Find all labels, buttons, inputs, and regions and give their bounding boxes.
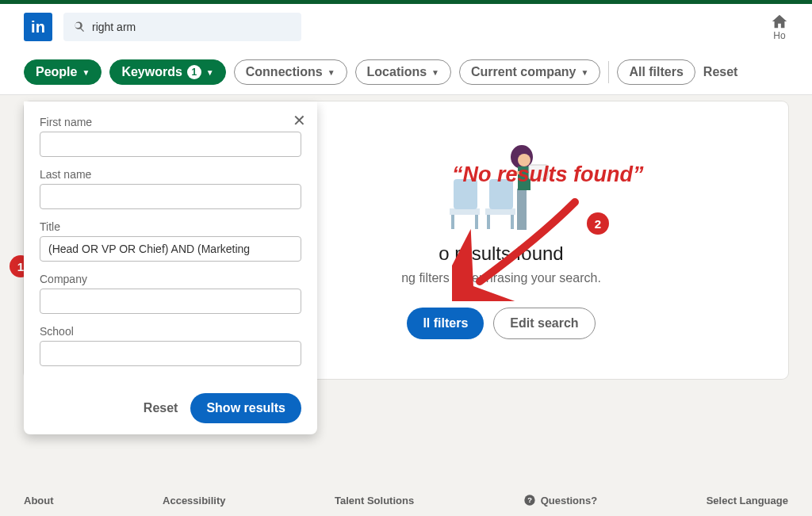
filter-all[interactable]: All filters — [617, 59, 695, 85]
title-label: Title — [40, 220, 301, 233]
company-input[interactable] — [40, 289, 301, 314]
filter-current-company[interactable]: Current company ▼ — [459, 59, 600, 85]
search-icon — [73, 21, 86, 33]
first-name-label: First name — [40, 116, 301, 128]
school-label: School — [40, 325, 301, 338]
footer-talent[interactable]: Talent Solutions — [335, 495, 414, 506]
edit-search-button[interactable]: Edit search — [493, 308, 595, 339]
header: in Ho — [0, 4, 812, 50]
company-label: Company — [40, 273, 301, 285]
annotation-badge-2: 2 — [587, 212, 609, 235]
filter-people[interactable]: People ▼ — [24, 59, 102, 85]
svg-rect-2 — [475, 215, 478, 229]
svg-text:?: ? — [527, 496, 532, 504]
filter-connections[interactable]: Connections ▼ — [234, 59, 347, 85]
title-input[interactable] — [40, 236, 301, 262]
caret-down-icon: ▼ — [206, 68, 214, 77]
no-results-subtitle: ng filters or rephrasing your search. — [262, 271, 741, 285]
linkedin-logo[interactable]: in — [24, 13, 52, 41]
footer-language[interactable]: Select Language — [707, 495, 788, 506]
search-box[interactable] — [63, 13, 301, 41]
question-icon: ? — [523, 494, 536, 506]
caret-down-icon: ▼ — [82, 68, 90, 77]
no-results-title: o results found — [262, 243, 741, 265]
svg-rect-0 — [450, 208, 480, 215]
svg-rect-1 — [451, 215, 454, 229]
svg-rect-5 — [487, 215, 490, 229]
home-icon — [771, 13, 788, 30]
svg-rect-8 — [517, 189, 527, 230]
nav-home[interactable]: Ho — [771, 13, 788, 41]
filter-reset[interactable]: Reset — [703, 65, 738, 79]
svg-rect-4 — [485, 208, 515, 215]
close-icon: ✕ — [293, 112, 306, 129]
footer-questions[interactable]: ? Questions? — [523, 494, 598, 506]
filter-keywords[interactable]: Keywords 1 ▼ — [109, 59, 225, 85]
dropdown-reset[interactable]: Reset — [144, 401, 178, 415]
school-input[interactable] — [40, 341, 301, 366]
clear-filters-button[interactable]: ll filters — [407, 308, 484, 339]
caret-down-icon: ▼ — [580, 68, 588, 77]
last-name-label: Last name — [40, 168, 301, 181]
footer: About Accessibility Talent Solutions ? Q… — [0, 494, 812, 506]
footer-accessibility[interactable]: Accessibility — [163, 495, 226, 506]
show-results-button[interactable]: Show results — [190, 393, 301, 423]
search-input[interactable] — [92, 21, 292, 33]
first-name-input[interactable] — [40, 132, 301, 157]
footer-about[interactable]: About — [24, 495, 54, 506]
filter-bar: People ▼ Keywords 1 ▼ Connections ▼ Loca… — [0, 50, 812, 95]
filter-locations[interactable]: Locations ▼ — [355, 59, 451, 85]
caret-down-icon: ▼ — [431, 68, 439, 77]
keywords-count-badge: 1 — [187, 65, 201, 79]
keywords-dropdown: ✕ First name Last name Title Company Sch… — [24, 101, 317, 434]
annotation-quote: “No results found” — [452, 162, 644, 187]
svg-rect-6 — [511, 215, 514, 229]
filter-divider — [608, 61, 609, 83]
last-name-input[interactable] — [40, 184, 301, 209]
caret-down-icon: ▼ — [327, 68, 335, 77]
close-button[interactable]: ✕ — [293, 111, 306, 130]
